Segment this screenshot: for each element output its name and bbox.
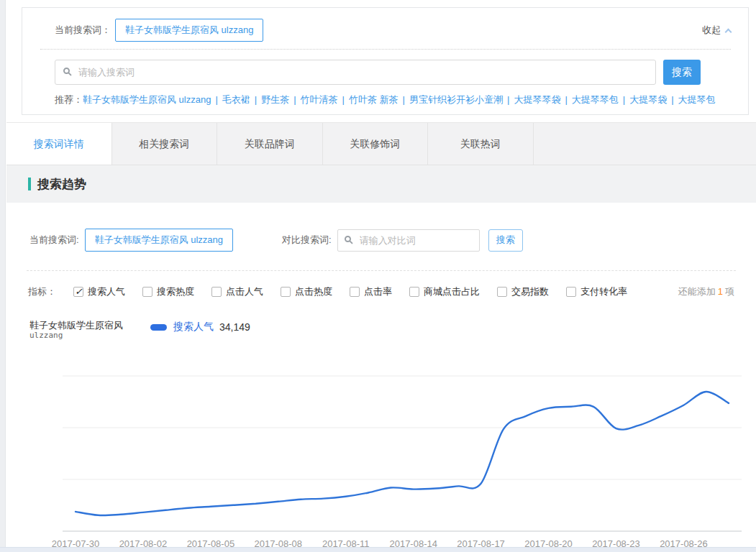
search-input[interactable]: [55, 60, 656, 85]
collapse-label: 收起: [702, 24, 721, 37]
metric-label: 点击热度: [295, 285, 332, 298]
search-icon: [345, 236, 351, 242]
tab-search-term-detail[interactable]: 搜索词详情: [6, 123, 112, 165]
recommend-link[interactable]: 大提琴袋: [629, 94, 667, 105]
metric-transaction-index[interactable]: 交易指数: [497, 285, 549, 298]
recommend-row: 推荐：鞋子女韩版学生原宿风 ulzzang|毛衣裙|野生茶|竹叶清茶|竹叶茶 新…: [55, 93, 731, 106]
checkbox-icon[interactable]: [281, 287, 291, 297]
tab-bar: 搜索词详情 相关搜索词 关联品牌词 关联修饰词 关联热词: [6, 122, 756, 165]
search-input-wrap: [55, 60, 656, 85]
metric-label: 搜索人气: [88, 285, 125, 298]
chevron-up-icon: [725, 28, 732, 35]
search-button[interactable]: 搜索: [663, 60, 701, 85]
recommend-link[interactable]: 男宝针织衫开衫小童潮: [409, 94, 503, 105]
line-chart-canvas[interactable]: 2017-07-302017-08-022017-08-052017-08-08…: [28, 323, 756, 552]
checkbox-icon[interactable]: [350, 287, 360, 297]
tab-associated-brand-terms[interactable]: 关联品牌词: [217, 123, 323, 165]
section-header: 搜索趋势: [6, 165, 756, 203]
pipe-separator: |: [507, 94, 509, 105]
recommend-link[interactable]: 竹叶清茶: [301, 94, 338, 105]
recommend-link[interactable]: 毛衣裙: [222, 94, 250, 105]
metric-label: 点击率: [364, 285, 392, 298]
checkbox-icon[interactable]: [409, 287, 419, 297]
metric-label: 商城点击占比: [424, 285, 480, 298]
metric-click-rate[interactable]: 点击率: [350, 285, 392, 298]
bottom-edge-strip: [0, 547, 756, 552]
search-icon: [63, 68, 70, 74]
checkbox-icon[interactable]: [566, 287, 576, 297]
remaining-addable-hint: 还能添加1项: [678, 285, 734, 298]
metric-click-heat[interactable]: 点击热度: [281, 285, 332, 298]
search-panel: 当前搜索词： 鞋子女韩版学生原宿风 ulzzang 收起 搜索 推荐：鞋子女韩版…: [22, 7, 749, 115]
page-left-gutter: [0, 0, 6, 552]
pipe-separator: |: [623, 94, 625, 105]
metric-payment-conversion[interactable]: 支付转化率: [566, 285, 627, 298]
metric-click-popularity[interactable]: 点击人气: [211, 285, 263, 298]
pipe-separator: |: [565, 94, 567, 105]
recommend-link[interactable]: 大提琴包: [678, 94, 716, 105]
metric-search-popularity[interactable]: 搜索人气: [73, 285, 125, 298]
trend-current-term-label: 当前搜索词:: [29, 234, 79, 247]
section-title: 搜索趋势: [37, 176, 86, 193]
collapse-link[interactable]: 收起: [702, 24, 731, 37]
metrics-label: 指标：: [28, 285, 56, 298]
checkbox-icon[interactable]: [497, 287, 507, 297]
checkbox-icon[interactable]: [211, 287, 222, 297]
checkbox-checked-icon[interactable]: [73, 287, 83, 297]
metric-label: 交易指数: [511, 285, 549, 298]
trend-current-term-chip[interactable]: 鞋子女韩版学生原宿风 ulzzang: [85, 229, 233, 252]
remaining-count: 1: [718, 286, 723, 297]
trend-chart[interactable]: 2017-07-302017-08-022017-08-052017-08-08…: [28, 323, 734, 552]
series-line: [76, 392, 729, 515]
recommend-link[interactable]: 大提琴琴包: [572, 94, 619, 105]
recommend-link[interactable]: 大提琴琴袋: [514, 94, 560, 105]
metrics-row: 指标： 搜索人气 搜索热度 点击人气 点击热度 点击率 商城点击占比 交易指数 …: [28, 285, 734, 298]
checkbox-icon[interactable]: [142, 287, 152, 297]
dashed-divider: [27, 270, 736, 271]
recommend-link[interactable]: 竹叶茶 新茶: [349, 94, 399, 105]
metric-label: 搜索热度: [157, 285, 194, 298]
current-term-chip[interactable]: 鞋子女韩版学生原宿风 ulzzang: [115, 19, 263, 42]
compare-term-label: 对比搜索词:: [282, 234, 332, 247]
trend-section: 当前搜索词: 鞋子女韩版学生原宿风 ulzzang 对比搜索词: 搜索 指标： …: [6, 229, 756, 552]
pipe-separator: |: [215, 94, 217, 105]
metric-label: 点击人气: [226, 285, 263, 298]
metric-label: 支付转化率: [580, 285, 627, 298]
compare-search-button[interactable]: 搜索: [488, 229, 523, 252]
pipe-separator: |: [293, 94, 296, 105]
compare-input-wrap: [337, 229, 480, 252]
pipe-separator: |: [671, 94, 673, 105]
recommend-label: 推荐：: [55, 94, 83, 105]
recommend-link[interactable]: 鞋子女韩版学生原宿风 ulzzang: [83, 94, 211, 105]
pipe-separator: |: [342, 94, 345, 105]
metric-search-heat[interactable]: 搜索热度: [142, 285, 194, 298]
recommend-link[interactable]: 野生茶: [261, 94, 289, 105]
pipe-separator: |: [255, 94, 257, 105]
compare-input[interactable]: [337, 229, 480, 252]
main-page: 当前搜索词： 鞋子女韩版学生原宿风 ulzzang 收起 搜索 推荐：鞋子女韩版…: [6, 0, 756, 552]
pipe-separator: |: [403, 94, 405, 105]
tab-related-search-terms[interactable]: 相关搜索词: [112, 123, 218, 165]
section-accent-bar: [28, 178, 31, 190]
tab-associated-modifier-terms[interactable]: 关联修饰词: [323, 123, 429, 165]
current-term-label: 当前搜索词：: [55, 24, 111, 37]
dotted-divider: [40, 49, 731, 50]
tab-associated-hot-terms[interactable]: 关联热词: [428, 123, 534, 165]
metric-mall-click-share[interactable]: 商城点击占比: [409, 285, 480, 298]
